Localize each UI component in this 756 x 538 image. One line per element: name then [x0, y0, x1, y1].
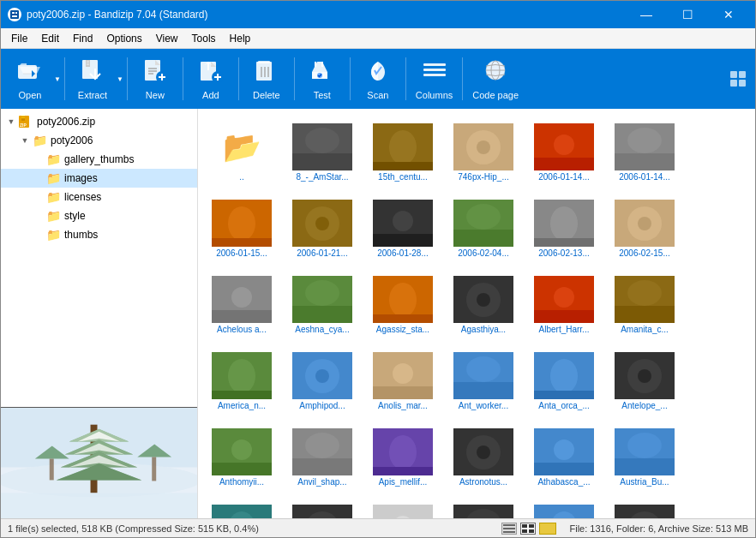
status-color-icon[interactable] — [539, 523, 556, 535]
tree-item-licenses[interactable]: 📁 licenses — [1, 188, 197, 206]
tree-toggle-zip[interactable]: ▼ — [4, 115, 18, 129]
file-thumbnail — [615, 352, 675, 399]
codepage-button[interactable]: Code page — [465, 51, 526, 106]
svg-point-109 — [315, 369, 329, 383]
svg-rect-82 — [534, 238, 594, 247]
file-thumbnail — [615, 276, 675, 323]
file-thumbnail — [534, 352, 594, 399]
file-item[interactable]: Athabasca_... — [525, 419, 603, 492]
file-item[interactable]: America_n... — [203, 343, 280, 415]
file-name-label: 2006-02-04... — [458, 248, 509, 259]
folder-icon-thumbs: 📁 — [45, 227, 61, 242]
tree-item-thumbs[interactable]: 📁 thumbs — [1, 225, 197, 244]
file-item[interactable]: Astronotus... — [445, 419, 522, 492]
file-item[interactable]: 2006-01-21... — [284, 190, 361, 263]
file-thumbnail — [373, 123, 433, 170]
svg-rect-40 — [739, 80, 746, 87]
file-item[interactable]: Agassiz_sta... — [364, 266, 441, 339]
tree-item-style[interactable]: 📁 style — [1, 206, 197, 225]
file-item[interactable]: 2006-01-28... — [364, 190, 441, 263]
scan-button[interactable]: Scan — [352, 51, 404, 106]
svg-rect-100 — [534, 310, 594, 323]
menu-find[interactable]: Find — [66, 31, 99, 46]
columns-button[interactable]: Columns — [408, 51, 460, 106]
tree-item-gallery[interactable]: 📁 gallery_thumbs — [1, 150, 197, 169]
file-name-label: 2006-01-14... — [538, 172, 590, 182]
file-thumbnail — [615, 200, 675, 247]
file-item[interactable]: Albert_Harr... — [525, 266, 603, 339]
file-item[interactable]: Apis_mellif... — [364, 419, 441, 492]
view-grid-icon[interactable] — [520, 523, 536, 535]
svg-rect-138 — [615, 458, 675, 475]
tree-item-zip[interactable]: ▼ ZIP poty2006.zip — [1, 112, 197, 131]
file-item[interactable]: 📂.. — [203, 114, 280, 187]
file-item[interactable]: Anta_orca_... — [525, 343, 603, 415]
file-item[interactable]: Ant_worker... — [445, 343, 522, 415]
extract-arrow[interactable]: ▼ — [115, 72, 125, 87]
tree-item-images[interactable]: 📁 images — [1, 169, 197, 188]
file-item[interactable]: Bill_Thom... — [284, 495, 361, 518]
file-item[interactable]: 746px-Hip_... — [445, 114, 522, 187]
file-item[interactable]: Black-head... — [445, 495, 522, 518]
tree-label-images: images — [64, 172, 98, 184]
file-name-label: Agassiz_sta... — [376, 325, 429, 335]
file-item[interactable]: Aeshna_cya... — [284, 266, 361, 339]
file-item[interactable]: Brazilian_N... — [606, 495, 683, 518]
open-arrow[interactable]: ▼ — [52, 72, 63, 87]
file-item[interactable]: Amanita_c... — [606, 266, 683, 339]
view-toggle-icon[interactable] — [729, 70, 747, 87]
svg-rect-3 — [12, 15, 17, 17]
file-item[interactable]: 15th_centu... — [364, 114, 441, 187]
maximize-button[interactable]: ☐ — [668, 1, 707, 28]
file-item[interactable]: Berlin_Worl... — [203, 495, 280, 518]
tree-item-poty2006[interactable]: ▼ 📁 poty2006 — [1, 131, 197, 150]
tree-toggle-gallery — [32, 152, 45, 166]
file-item[interactable]: 2006-01-14... — [525, 114, 603, 187]
file-item[interactable]: 2006-02-04... — [445, 190, 522, 263]
new-button[interactable]: New — [129, 51, 181, 106]
test-button[interactable]: Test — [297, 51, 348, 106]
file-item[interactable]: 2006-01-15... — [203, 190, 280, 263]
menu-file[interactable]: File — [4, 31, 34, 46]
file-item[interactable]: Bismuth_cr... — [364, 495, 441, 518]
file-item[interactable]: 2006-02-13... — [525, 190, 603, 263]
menu-help[interactable]: Help — [223, 31, 258, 46]
menu-options[interactable]: Options — [99, 31, 148, 46]
menu-tools[interactable]: Tools — [185, 31, 223, 46]
file-name-label: Achelous a... — [217, 325, 267, 335]
file-item[interactable]: 2006-02-15... — [606, 190, 683, 263]
file-item[interactable]: 2006-01-14... — [606, 114, 683, 187]
view-list-icon[interactable] — [501, 523, 517, 535]
open-button[interactable]: Open — [4, 51, 56, 106]
extract-button[interactable]: Extract — [67, 51, 118, 106]
file-thumbnail — [615, 505, 675, 518]
close-button[interactable]: ✕ — [709, 1, 748, 28]
file-item[interactable]: 8_-_AmStar... — [284, 114, 361, 187]
tree-toggle-poty2006[interactable]: ▼ — [18, 134, 32, 147]
menu-edit[interactable]: Edit — [34, 31, 66, 46]
delete-button[interactable]: Delete — [241, 51, 292, 106]
file-item[interactable]: Boelge_sto... — [525, 495, 603, 518]
svg-point-133 — [477, 445, 490, 459]
file-item[interactable]: Austria_Bu... — [606, 419, 683, 492]
file-item[interactable]: Agasthiya... — [445, 266, 522, 339]
file-item[interactable]: Achelous a... — [203, 266, 280, 339]
svg-rect-106 — [212, 391, 272, 399]
tree-toggle-thumbs — [32, 228, 45, 242]
file-item[interactable]: Amphipod... — [284, 343, 361, 415]
svg-rect-39 — [730, 80, 737, 87]
file-item[interactable]: Anthomyii... — [203, 419, 280, 492]
svg-rect-70 — [212, 238, 272, 247]
minimize-button[interactable]: — — [627, 1, 666, 28]
file-name-label: Amphipod... — [299, 401, 345, 411]
svg-rect-64 — [534, 158, 594, 170]
file-item[interactable]: Anolis_mar... — [364, 343, 441, 415]
menu-view[interactable]: View — [149, 31, 185, 46]
file-item[interactable]: Antelope_... — [606, 343, 683, 415]
file-thumbnail — [373, 505, 433, 518]
svg-rect-33 — [423, 74, 446, 76]
add-button[interactable]: Add — [185, 51, 237, 106]
file-thumbnail: 📂 — [212, 123, 272, 170]
file-item[interactable]: Anvil_shap... — [284, 419, 361, 492]
file-thumbnail — [453, 428, 513, 475]
